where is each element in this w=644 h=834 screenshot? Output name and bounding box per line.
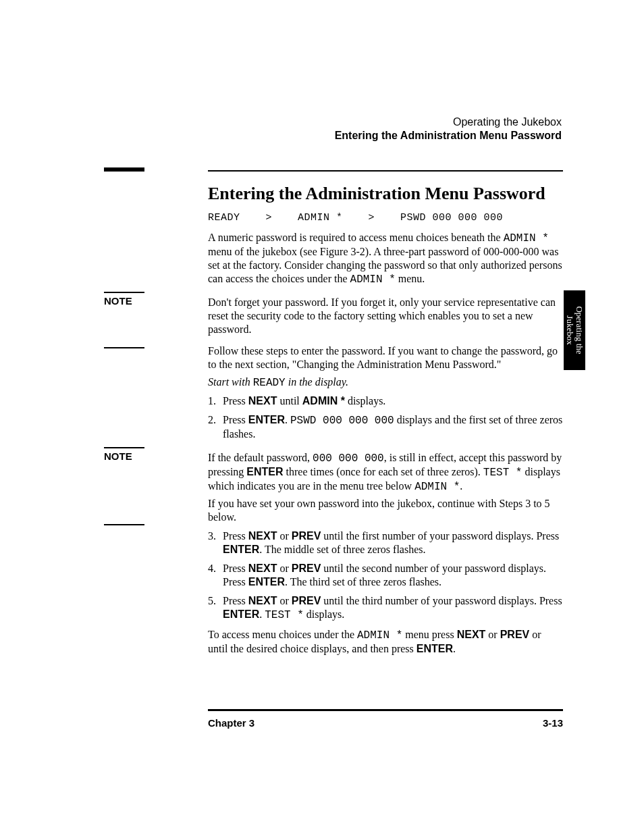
intro-t1: A numeric password is required to access…: [208, 232, 504, 243]
text-run: TEST *: [483, 467, 522, 479]
footer-chapter: Chapter 3: [208, 717, 254, 729]
step-number: 3.: [208, 529, 216, 543]
thumb-tab-line2: Jukebox: [565, 315, 575, 344]
text-run: ENTER: [417, 643, 453, 654]
text-run: displays.: [304, 608, 344, 620]
text-run: .: [453, 643, 456, 654]
footer-rule: [208, 709, 563, 711]
text-run: NEXT: [248, 595, 277, 606]
text-run: or: [485, 629, 500, 640]
thumb-tab: Operating the Jukebox: [564, 290, 585, 370]
text-run: menu press: [402, 629, 456, 640]
text-run: If the default password,: [208, 452, 313, 463]
text-run: Press: [223, 595, 248, 606]
step-item: 3.Press NEXT or PREV until the first num…: [208, 529, 563, 556]
text-run: To access menu choices under the: [208, 629, 357, 640]
note-1-text: Don't forget your password. If you forge…: [208, 296, 563, 336]
step-number: 5.: [208, 594, 216, 608]
start-mono: READY: [253, 377, 286, 389]
text-run: PREV: [292, 595, 321, 606]
text-run: or: [277, 595, 291, 606]
text-run: Press: [223, 530, 248, 542]
text-run: or: [277, 563, 291, 574]
follow-paragraph: Follow these steps to enter the password…: [208, 344, 563, 371]
text-run: ADMIN *: [302, 395, 345, 407]
running-header: Operating the Jukebox Entering the Admin…: [335, 116, 562, 142]
text-run: ENTER: [246, 466, 283, 477]
step-number: 2.: [208, 413, 216, 427]
step-item: 4.Press NEXT or PREV until the second nu…: [208, 562, 563, 589]
note-1-sidebar: NOTE: [104, 292, 198, 348]
step-item: 5.Press NEXT or PREV until the third num…: [208, 594, 563, 622]
rule-main: [208, 170, 563, 172]
step-number: 4.: [208, 562, 216, 575]
text-run: NEXT: [457, 629, 486, 640]
note-rule-bottom: [104, 524, 144, 525]
text-run: until the third number of your password …: [321, 595, 562, 606]
text-run: .: [460, 480, 462, 492]
intro-mono2: ADMIN *: [350, 273, 396, 286]
thumb-tab-line1: Operating the: [574, 306, 585, 354]
text-run: NEXT: [248, 563, 277, 574]
intro-mono1: ADMIN *: [504, 232, 549, 244]
header-section: Entering the Administration Menu Passwor…: [335, 130, 562, 142]
text-run: until the first number of your password …: [321, 530, 559, 542]
section-title: Entering the Administration Menu Passwor…: [208, 184, 563, 204]
text-run: until: [277, 395, 302, 407]
text-run: PREV: [500, 629, 530, 640]
ifown-paragraph: If you have set your own password into t…: [208, 497, 563, 524]
steps-list-a: 1.Press NEXT until ADMIN * displays.2.Pr…: [208, 394, 563, 446]
note-1-label: NOTE: [104, 293, 198, 347]
display-sequence: READY > ADMIN * > PSWD 000 000 000: [208, 212, 563, 224]
text-run: PREV: [292, 530, 321, 542]
text-run: 000 000 000: [313, 452, 384, 465]
intro-paragraph: A numeric password is required to access…: [208, 231, 563, 286]
text-run: ENTER: [223, 544, 259, 555]
text-run: Press: [223, 414, 248, 425]
steps-list-b: 3.Press NEXT or PREV until the first num…: [208, 529, 563, 627]
text-run: ENTER: [223, 608, 259, 620]
note-2-label: NOTE: [104, 448, 198, 524]
start-t2: in the display.: [286, 376, 348, 388]
text-run: .: [285, 414, 290, 425]
step-item: 2.Press ENTER. PSWD 000 000 000 displays…: [208, 413, 563, 441]
text-run: three times (once for each set of three …: [284, 466, 483, 477]
rule-accent: [104, 167, 144, 172]
text-run: . The third set of three zeros flashes.: [285, 576, 441, 588]
note-2-sidebar: NOTE: [104, 447, 198, 525]
intro-t3: menu.: [396, 273, 425, 284]
text-run: ADMIN *: [357, 629, 402, 642]
text-run: PREV: [292, 563, 321, 574]
access-paragraph: To access menu choices under the ADMIN *…: [208, 628, 563, 656]
text-run: displays.: [345, 395, 385, 407]
text-run: PSWD 000 000 000: [290, 415, 394, 427]
footer-page-number: 3-13: [543, 717, 563, 729]
text-run: ADMIN *: [414, 481, 460, 493]
start-t1: Start with: [208, 376, 253, 388]
text-run: or: [277, 530, 291, 542]
note-2-text: If the default password, 000 000 000, is…: [208, 451, 563, 494]
header-chapter: Operating the Jukebox: [335, 116, 562, 128]
text-run: NEXT: [248, 395, 277, 407]
page-footer: Chapter 3 3-13: [208, 717, 563, 729]
text-run: ENTER: [248, 414, 285, 425]
start-line: Start with READY in the display.: [208, 375, 563, 390]
text-run: ENTER: [248, 576, 285, 588]
note-rule-bottom: [104, 347, 144, 348]
text-run: Press: [223, 395, 248, 407]
step-item: 1.Press NEXT until ADMIN * displays.: [208, 394, 563, 408]
text-run: Press: [223, 563, 248, 574]
text-run: NEXT: [248, 530, 277, 542]
text-run: TEST *: [265, 609, 304, 621]
text-run: . The middle set of three zeros flashes.: [259, 544, 425, 555]
step-number: 1.: [208, 394, 216, 408]
